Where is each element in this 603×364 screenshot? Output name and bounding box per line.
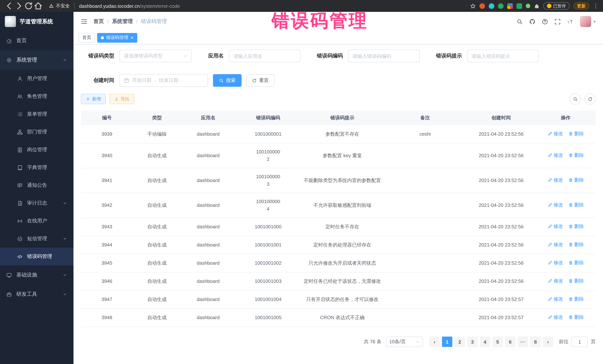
toggle-search-button[interactable] xyxy=(570,93,581,105)
cell-hint: 定时任务不存在 xyxy=(301,218,384,236)
page-button-3[interactable]: 3 xyxy=(467,337,477,347)
extension-teal-icon[interactable] xyxy=(488,3,494,9)
page-button-1[interactable]: 1 xyxy=(442,337,452,347)
cell-actions: 修改删除 xyxy=(536,254,596,272)
sidebar-item-dept[interactable]: 部门管理 xyxy=(0,123,73,141)
browser-toolbar: 不安全 dashboard.yudao.iocoder.cn/system/er… xyxy=(0,0,603,12)
next-page-button[interactable]: › xyxy=(543,337,553,347)
table-row: 3942自动生成dashboard1001000004不允许获取敏感配置到前端2… xyxy=(81,193,596,218)
sidebar-item-error-code[interactable]: 错误码管理 xyxy=(0,248,73,265)
sidebar-item-user[interactable]: 用户管理 xyxy=(0,70,73,88)
goto-page-input[interactable] xyxy=(571,337,588,347)
help-icon[interactable] xyxy=(542,18,548,25)
address-bar[interactable]: dashboard.yudao.iocoder.cn/system/error-… xyxy=(79,3,180,9)
page-button-4[interactable]: 4 xyxy=(480,337,490,347)
sidebar-item-post[interactable]: 岗位管理 xyxy=(0,141,73,159)
delete-link[interactable]: 删除 xyxy=(568,223,584,230)
tab-error-code[interactable]: 错误码管理× xyxy=(97,33,137,43)
sidebar-item-infra[interactable]: 基础设施 xyxy=(0,265,73,285)
update-button[interactable]: 更新 xyxy=(573,2,589,10)
error-code-input[interactable] xyxy=(348,50,420,62)
pager-more[interactable]: ··· xyxy=(518,337,528,347)
edit-link[interactable]: 修改 xyxy=(547,176,563,184)
reload-icon[interactable] xyxy=(24,1,33,11)
back-icon[interactable] xyxy=(4,1,14,11)
edit-link[interactable]: 修改 xyxy=(547,314,563,321)
browser-menu-icon[interactable]: ⋮ xyxy=(593,3,599,9)
page-button-2[interactable]: 2 xyxy=(454,337,465,347)
puzzle-icon[interactable] xyxy=(534,3,539,9)
home-icon[interactable] xyxy=(33,1,43,11)
refresh-table-button[interactable] xyxy=(584,93,596,105)
avatar[interactable] xyxy=(580,16,591,27)
sidebar-item-audit-log[interactable]: 审计日志 xyxy=(0,194,73,212)
sidebar-item-role[interactable]: 角色管理 xyxy=(0,88,73,105)
caret-down-icon[interactable]: ▾ xyxy=(593,19,596,24)
extension-leaf-icon[interactable] xyxy=(526,4,530,8)
breadcrumb-item[interactable]: 首页 xyxy=(93,18,104,25)
delete-link[interactable]: 删除 xyxy=(568,259,584,266)
extension-orange-icon[interactable] xyxy=(479,3,485,9)
fullscreen-icon[interactable] xyxy=(555,18,561,25)
edit-link[interactable]: 修改 xyxy=(547,295,563,303)
page-button-8[interactable]: 8 xyxy=(530,337,541,347)
error-hint-input[interactable] xyxy=(467,50,539,62)
edit-link[interactable]: 修改 xyxy=(547,241,563,248)
font-size-icon[interactable]: TT xyxy=(567,18,573,25)
sidebar-item-notice[interactable]: 通知公告 xyxy=(0,176,73,194)
cell-app: dashboard xyxy=(181,218,235,236)
sidebar-item-system[interactable]: 系统管理 xyxy=(0,50,73,70)
sidebar-item-dict[interactable]: 字典管理 xyxy=(0,159,73,176)
prev-page-button[interactable]: ‹ xyxy=(429,337,440,347)
breadcrumb-item[interactable]: 系统管理 xyxy=(112,18,133,25)
app-name-input[interactable] xyxy=(229,50,301,62)
sidebar-menu: 首页系统管理用户管理角色管理菜单管理部门管理岗位管理字典管理通知公告审计日志在线… xyxy=(0,31,73,304)
delete-link[interactable]: 删除 xyxy=(568,295,584,303)
add-button[interactable]: 新增 xyxy=(81,94,106,104)
reset-button[interactable]: 重置 xyxy=(246,74,275,87)
close-icon[interactable]: × xyxy=(131,35,133,40)
extension-grid-icon[interactable] xyxy=(507,3,513,9)
forward-icon[interactable] xyxy=(14,1,24,11)
tab-home[interactable]: 首页 xyxy=(79,33,95,43)
date-range-picker[interactable]: 开始日期 - 结束日期 xyxy=(119,74,208,87)
cell-time: 2021-04-20 23:52:56 xyxy=(466,254,536,272)
sidebar-item-menu[interactable]: 菜单管理 xyxy=(0,105,73,123)
search-button[interactable]: 搜索 xyxy=(213,74,242,87)
edit-link[interactable]: 修改 xyxy=(547,152,563,159)
security-indicator[interactable]: 不安全 xyxy=(49,3,70,9)
cell-time: 2021-04-20 23:52:56 xyxy=(466,272,536,290)
cell-id: 3941 xyxy=(81,168,133,193)
page-button-6[interactable]: 6 xyxy=(505,337,515,347)
extension-rect-icon[interactable] xyxy=(516,3,522,9)
edit-link[interactable]: 修改 xyxy=(547,277,563,285)
page-size-select[interactable]: 10条/页 xyxy=(386,337,423,347)
sidebar-item-online-user[interactable]: 在线用户 xyxy=(0,212,73,230)
delete-link[interactable]: 删除 xyxy=(568,130,584,138)
sidebar-item-dev-tools[interactable]: 研发工具 xyxy=(0,285,73,304)
page-button-5[interactable]: 5 xyxy=(492,337,503,347)
cell-hint: 参数配置 key 重复 xyxy=(301,143,384,168)
collapse-menu-icon[interactable] xyxy=(81,18,88,25)
search-icon[interactable] xyxy=(517,18,523,25)
paused-badge[interactable]: 已暂停 xyxy=(543,2,570,10)
export-button[interactable]: 导出 xyxy=(109,94,134,104)
error-type-select[interactable]: 请选择错误码类型 xyxy=(119,50,192,62)
edit-link[interactable]: 修改 xyxy=(547,130,563,138)
delete-link[interactable]: 删除 xyxy=(568,314,584,321)
delete-link[interactable]: 删除 xyxy=(568,176,584,184)
edit-link[interactable]: 修改 xyxy=(547,259,563,266)
filter-label-app: 应用名 xyxy=(208,53,224,59)
delete-link[interactable]: 删除 xyxy=(568,152,584,159)
delete-link[interactable]: 删除 xyxy=(568,241,584,248)
delete-link[interactable]: 删除 xyxy=(568,201,584,209)
edit-link[interactable]: 修改 xyxy=(547,223,563,230)
delete-link[interactable]: 删除 xyxy=(568,277,584,285)
extension-green-icon[interactable] xyxy=(498,3,503,9)
bookmark-star-icon[interactable] xyxy=(470,3,475,9)
cell-time: 2021-04-20 23:52:56 xyxy=(466,218,536,236)
edit-link[interactable]: 修改 xyxy=(547,201,563,209)
sidebar-item-home[interactable]: 首页 xyxy=(0,31,73,50)
sidebar-item-sms[interactable]: 短信管理 xyxy=(0,230,73,248)
github-icon[interactable] xyxy=(529,18,536,25)
